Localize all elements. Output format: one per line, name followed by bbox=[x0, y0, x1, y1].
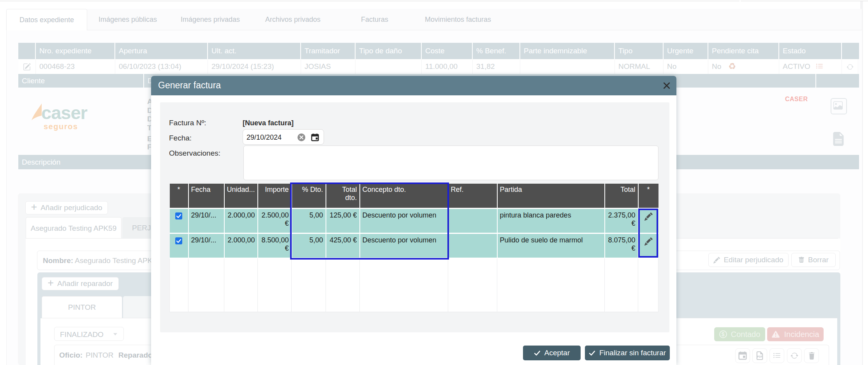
delete-action-button[interactable] bbox=[804, 348, 819, 363]
col-ult: Ult. act. bbox=[208, 43, 301, 59]
edit-expediente-icon[interactable] bbox=[23, 63, 31, 71]
cell-ref-row1 bbox=[448, 208, 497, 233]
list-action-button[interactable] bbox=[769, 348, 784, 363]
add-reparador-label: Añadir reparador bbox=[57, 279, 113, 288]
col-tipo: Tipo bbox=[615, 43, 664, 59]
editar-perjudicado-button[interactable]: Editar perjudicado bbox=[708, 253, 789, 267]
row-edit-cell[interactable] bbox=[18, 59, 36, 74]
list-icon bbox=[773, 352, 781, 360]
row2-checkbox[interactable] bbox=[175, 237, 182, 244]
col-apertura: Apertura bbox=[115, 43, 208, 59]
estado-list-icon[interactable] bbox=[816, 63, 823, 70]
clear-date-icon[interactable] bbox=[298, 133, 305, 141]
filler-cell bbox=[170, 258, 188, 312]
page: Datos expediente Imágenes públicas Imáge… bbox=[0, 0, 868, 365]
tab-imagenes-publicas[interactable]: Imágenes públicas bbox=[86, 9, 169, 30]
open-document-button[interactable] bbox=[831, 131, 845, 147]
caser-company-label: CASER bbox=[785, 96, 808, 103]
cell-pendiente: No ♻ bbox=[708, 59, 779, 74]
estado-select[interactable]: FINALIZADO bbox=[54, 327, 124, 341]
pendiente-value: No bbox=[712, 62, 721, 70]
cell-fecha-row2: 29/10/... bbox=[188, 233, 224, 258]
nombre-label: Nombre: bbox=[43, 256, 73, 265]
refresh-action-button[interactable] bbox=[787, 348, 802, 363]
contado-button[interactable]: $ Contado bbox=[714, 327, 765, 341]
tab-facturas[interactable]: Facturas bbox=[334, 9, 415, 30]
factura-col-actions: * bbox=[638, 184, 658, 208]
filler-cell bbox=[258, 258, 292, 312]
col-benef: % Benef. bbox=[473, 43, 520, 59]
tab-movimientos-facturas[interactable]: Movimientos facturas bbox=[415, 9, 501, 30]
check-icon bbox=[175, 237, 182, 244]
image-icon bbox=[833, 101, 843, 110]
cell-urgente: No bbox=[664, 59, 708, 74]
filler-cell bbox=[292, 258, 326, 312]
chevron-down-icon bbox=[113, 333, 117, 335]
close-icon[interactable] bbox=[663, 82, 670, 89]
row1-checkbox[interactable] bbox=[175, 212, 182, 219]
calendar-action-button[interactable] bbox=[735, 348, 750, 363]
check-icon bbox=[175, 212, 182, 219]
aceptar-button[interactable]: Aceptar bbox=[523, 346, 581, 360]
cell-coste: 11.000,00 bbox=[422, 59, 473, 74]
cell-nro: 000468-23 bbox=[36, 59, 115, 74]
editar-perjudicado-label: Editar perjudicado bbox=[724, 256, 783, 264]
filler-cell bbox=[497, 258, 605, 312]
factura-col-total: Total bbox=[605, 184, 638, 208]
modal-header: Generar factura bbox=[151, 76, 676, 95]
annotation-box-discount-columns bbox=[290, 182, 449, 260]
col-urgente: Urgente bbox=[664, 43, 708, 59]
filler-cell bbox=[188, 258, 224, 312]
add-perjudicado-button[interactable]: + Añadir perjudicado bbox=[25, 201, 108, 214]
col-estado: Estado bbox=[779, 43, 842, 59]
tab-datos-expediente[interactable]: Datos expediente bbox=[6, 9, 87, 31]
borrar-button[interactable]: Borrar bbox=[791, 253, 836, 267]
cell-ref-row2 bbox=[448, 233, 497, 258]
recycle-icon[interactable]: ♻ bbox=[729, 61, 736, 71]
cell-select-row2 bbox=[170, 233, 188, 258]
tab-imagenes-privadas[interactable]: Imágenes privadas bbox=[169, 9, 252, 30]
tab-pintor[interactable]: PINTOR bbox=[42, 296, 122, 318]
calendar-icon bbox=[738, 351, 747, 360]
observaciones-textarea[interactable] bbox=[243, 146, 658, 180]
trash-icon bbox=[798, 257, 805, 263]
observaciones-label: Observaciones: bbox=[169, 149, 220, 158]
factura-col-unidades: Unidad... bbox=[224, 184, 258, 208]
finalizar-label: Finalizar sin facturar bbox=[599, 349, 666, 357]
factura-col-partida: Partida bbox=[497, 184, 605, 208]
fecha-input[interactable]: 29/10/2024 bbox=[243, 129, 324, 145]
oficio-label: Oficio: bbox=[59, 351, 83, 360]
pdf-action-button[interactable]: PDF bbox=[752, 348, 767, 363]
col-tramitador: Tramitador bbox=[301, 43, 356, 59]
cell-benef: 31,82 bbox=[473, 59, 520, 74]
calendar-picker-icon[interactable] bbox=[311, 133, 319, 141]
cliente-bar-spacer bbox=[816, 74, 858, 88]
document-icon bbox=[831, 131, 845, 147]
estado-select-value: FINALIZADO bbox=[60, 330, 104, 339]
tab-archivos-privados[interactable]: Archivos privados bbox=[252, 9, 334, 30]
filler-cell bbox=[605, 258, 638, 312]
aceptar-label: Aceptar bbox=[544, 349, 570, 357]
tab-asegurado[interactable]: Asegurado Testing APK59 bbox=[26, 217, 121, 239]
finalizar-sin-facturar-button[interactable]: Finalizar sin facturar bbox=[585, 346, 670, 360]
open-images-button[interactable] bbox=[831, 98, 847, 114]
incidencia-button[interactable]: Incidencia bbox=[767, 327, 824, 341]
cell-total-row2: 8.075,00 € bbox=[605, 233, 638, 258]
factura-col-importe: Importe bbox=[258, 184, 292, 208]
refresh-row-icon[interactable] bbox=[847, 63, 854, 70]
cell-unidades-row1: 2.000,00 bbox=[224, 208, 258, 233]
col-coste: Coste bbox=[422, 43, 473, 59]
cliente-bar-title: Cliente bbox=[18, 74, 144, 88]
trash-icon bbox=[808, 352, 815, 360]
cell-importe-row1: 2.500,00 € bbox=[258, 208, 292, 233]
cell-partida-row2: Pulido de suelo de marmol bbox=[497, 233, 605, 258]
factura-label: Factura Nº: bbox=[169, 119, 206, 127]
add-reparador-button[interactable]: + Añadir reparador bbox=[42, 277, 119, 290]
expediente-row: 000468-23 06/10/2023 (13:04) 29/10/2024 … bbox=[18, 59, 859, 74]
dollar-circle-icon: $ bbox=[719, 330, 727, 338]
cell-tipo-dano bbox=[356, 59, 422, 74]
factura-col-select: * bbox=[170, 184, 188, 208]
caser-logo-wedge bbox=[32, 104, 42, 121]
annotation-box-edit-column bbox=[638, 209, 658, 258]
plus-icon: + bbox=[48, 277, 54, 289]
